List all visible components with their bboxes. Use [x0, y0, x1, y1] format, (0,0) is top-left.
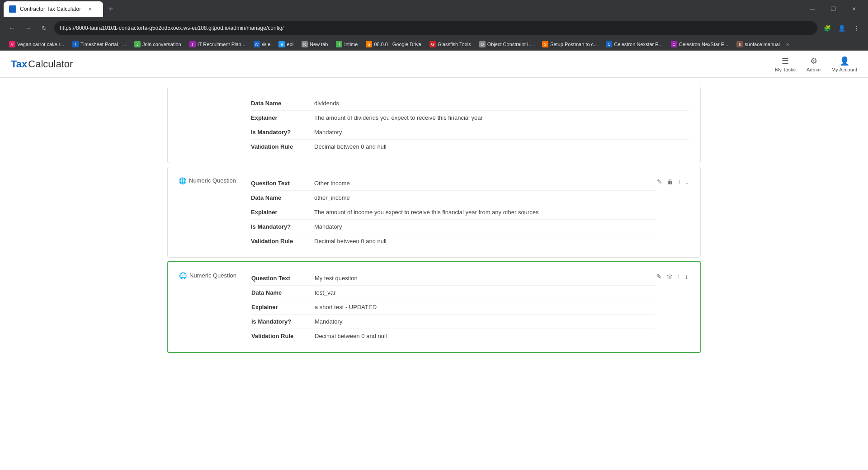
my-tasks-label: My Tasks — [775, 67, 796, 72]
dividends-dataname-label: Data Name — [251, 100, 314, 107]
nav-my-account[interactable]: 👤 My Account — [831, 56, 857, 72]
test-questiontext-value: My test question — [315, 275, 358, 282]
bookmark-epl-label: epl — [287, 42, 293, 47]
nav-my-tasks[interactable]: ☰ My Tasks — [775, 56, 796, 72]
other-income-down-button[interactable]: ↓ — [684, 177, 689, 186]
test-question-actions: ✎ 🗑 ↑ ↓ — [656, 271, 689, 343]
tab-label: Contractor Tax Calculator — [20, 6, 81, 12]
url-bar[interactable]: https://8000-laura10101-contractorta-g5o… — [54, 21, 817, 35]
bookmark-intime[interactable]: I Intime — [332, 40, 361, 48]
bookmark-postman[interactable]: S Setup Postman to c... — [538, 40, 601, 48]
refresh-button[interactable]: ↻ — [38, 22, 51, 34]
bookmark-celestron1[interactable]: C Celestron Nexstar E... — [602, 40, 666, 48]
test-question-type-label: Numeric Question — [189, 272, 236, 279]
dividends-dataname-value: dividends — [314, 100, 339, 107]
bookmark-timesheet-label: Timesheet Portal –... — [80, 42, 126, 47]
bookmark-newtab[interactable]: N New tab — [298, 40, 331, 48]
other-income-field-explainer: Explainer The amount of income you expec… — [251, 205, 656, 220]
minimize-button[interactable]: — — [802, 0, 823, 18]
other-income-dataname-label: Data Name — [251, 194, 314, 201]
test-question-card-inner: 🌐 Numeric Question Question Text My test… — [168, 262, 700, 352]
bookmark-we[interactable]: W W e — [250, 40, 274, 48]
extensions-button[interactable]: 🧩 — [821, 22, 834, 34]
test-question-field-explainer: Explainer a short test - UPDATED — [251, 300, 656, 315]
bookmark-timesheet-icon: T — [72, 41, 79, 47]
other-income-type-icon: 🌐 — [179, 177, 186, 184]
bookmark-celestron1-label: Celestron Nexstar E... — [614, 42, 663, 47]
test-explainer-label: Explainer — [251, 304, 315, 310]
tab-bar: Contractor Tax Calculator ✕ + — ❐ ✕ — [0, 0, 868, 18]
bookmark-epl[interactable]: e epl — [275, 40, 297, 48]
url-text: https://8000-laura10101-contractorta-g5o… — [60, 25, 284, 31]
window-controls: — ❐ ✕ — [802, 0, 864, 18]
nav-admin[interactable]: ⚙ Admin — [807, 56, 821, 72]
bookmark-vegan[interactable]: V Vegan carrot cake r... — [5, 40, 68, 48]
other-income-card-inner: 🌐 Numeric Question Question Text Other I… — [168, 167, 700, 257]
test-question-card: 🌐 Numeric Question Question Text My test… — [167, 261, 701, 353]
bookmark-intime-label: Intime — [344, 42, 358, 47]
bookmark-drive[interactable]: G 08.0.0 - Google Drive — [362, 40, 425, 48]
active-tab[interactable]: Contractor Tax Calculator ✕ — [4, 1, 103, 17]
bookmark-we-icon: W — [254, 41, 260, 47]
test-question-delete-button[interactable]: 🗑 — [665, 272, 674, 281]
bookmark-we-label: W e — [262, 42, 271, 47]
bookmark-celestron2-label: Celestron NexStar E... — [679, 42, 728, 47]
other-income-fields: Question Text Other Income Data Name oth… — [251, 176, 656, 248]
bookmark-postman-label: Setup Postman to c... — [550, 42, 598, 47]
profile-button[interactable]: 👤 — [835, 22, 848, 34]
test-question-down-button[interactable]: ↓ — [684, 272, 689, 281]
bookmark-glassfish-icon: G — [429, 41, 436, 47]
bookmark-postman-icon: S — [542, 41, 548, 47]
maximize-button[interactable]: ❐ — [823, 0, 844, 18]
bookmark-join[interactable]: J Join conversation — [131, 40, 185, 48]
my-tasks-icon: ☰ — [782, 56, 789, 66]
bookmark-glassfish[interactable]: G Glassfish Tools — [426, 40, 475, 48]
dividends-mandatory-label: Is Mandatory? — [251, 129, 314, 136]
other-income-card: 🌐 Numeric Question Question Text Other I… — [167, 167, 701, 258]
other-income-validation-value: Decimal between 0 and null — [314, 238, 387, 244]
test-dataname-value: test_var — [315, 289, 335, 296]
test-question-edit-button[interactable]: ✎ — [656, 272, 663, 281]
test-validation-value: Decimal between 0 and null — [315, 333, 387, 339]
test-question-up-button[interactable]: ↑ — [676, 272, 681, 281]
forward-button[interactable]: → — [22, 22, 34, 34]
other-income-question-type: 🌐 Numeric Question — [179, 176, 251, 248]
other-income-up-button[interactable]: ↑ — [677, 177, 682, 186]
close-button[interactable]: ✕ — [844, 0, 864, 18]
bookmarks-bar: V Vegan carrot cake r... T Timesheet Por… — [0, 38, 868, 51]
main-content: Data Name dividends Explainer The amount… — [0, 78, 868, 470]
new-tab-button[interactable]: + — [105, 5, 117, 14]
other-income-edit-button[interactable]: ✎ — [656, 177, 663, 186]
test-questiontext-label: Question Text — [251, 275, 315, 282]
other-income-dataname-value: other_income — [314, 194, 350, 201]
bookmark-sunface[interactable]: s sunface manual — [733, 40, 783, 48]
test-question-type: 🌐 Numeric Question — [179, 271, 251, 343]
bookmark-celestron2-icon: C — [671, 41, 677, 47]
more-button[interactable]: ⋮ — [850, 22, 863, 34]
bookmark-drive-icon: G — [366, 41, 372, 47]
bookmark-object[interactable]: O Object Constraint L... — [476, 40, 538, 48]
other-income-questiontext-value: Other Income — [314, 180, 350, 187]
header-nav: ☰ My Tasks ⚙ Admin 👤 My Account — [775, 56, 857, 72]
dividends-field-dataname: Data Name dividends — [251, 96, 689, 111]
back-button[interactable]: ← — [5, 22, 18, 34]
test-question-field-mandatory: Is Mandatory? Mandatory — [251, 315, 656, 329]
bookmarks-more[interactable]: » — [784, 40, 791, 48]
test-validation-label: Validation Rule — [251, 333, 315, 339]
address-bar: ← → ↻ https://8000-laura10101-contractor… — [0, 18, 868, 38]
test-dataname-label: Data Name — [251, 289, 315, 296]
bookmark-timesheet[interactable]: T Timesheet Portal –... — [69, 40, 130, 48]
test-question-type-icon: 🌐 — [179, 272, 187, 279]
other-income-mandatory-label: Is Mandatory? — [251, 223, 314, 230]
bookmark-it-label: IT Recruitment Plan... — [198, 42, 245, 47]
bookmark-celestron2[interactable]: C Celestron NexStar E... — [667, 40, 732, 48]
tab-close-button[interactable]: ✕ — [86, 5, 94, 13]
bookmark-object-icon: O — [479, 41, 486, 47]
bookmark-it[interactable]: I IT Recruitment Plan... — [186, 40, 249, 48]
dividends-fields: Data Name dividends Explainer The amount… — [251, 96, 689, 154]
dividends-field-validation: Validation Rule Decimal between 0 and nu… — [251, 140, 689, 154]
bookmark-celestron1-icon: C — [606, 41, 612, 47]
test-question-fields: Question Text My test question Data Name… — [251, 271, 656, 343]
other-income-delete-button[interactable]: 🗑 — [666, 177, 674, 186]
test-question-field-validation: Validation Rule Decimal between 0 and nu… — [251, 329, 656, 343]
